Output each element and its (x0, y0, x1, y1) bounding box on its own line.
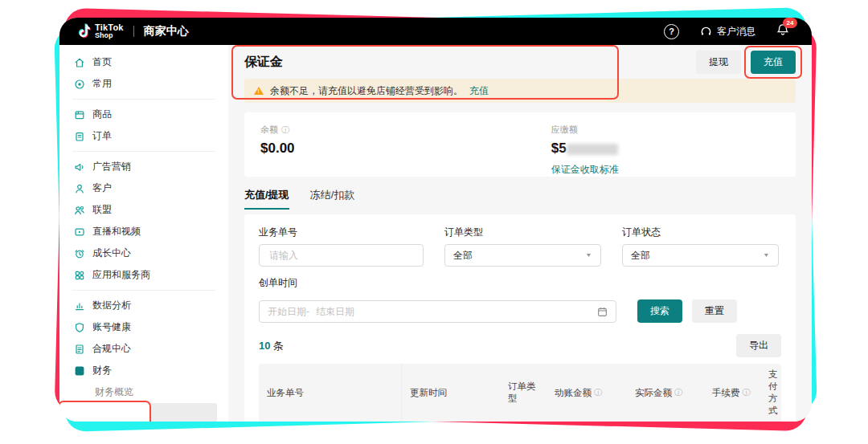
result-count: 10 条 (259, 339, 284, 353)
end-date-placeholder: 结束日期 (316, 305, 354, 319)
chevron-down-icon: ▼ (763, 252, 770, 259)
sidebar-subitem-17[interactable]: 财务概览 (59, 381, 228, 403)
recharge-button[interactable]: 充值 (751, 51, 796, 74)
sidebar-divider (72, 290, 215, 291)
export-button[interactable]: 导出 (736, 334, 781, 357)
order-type-select[interactable]: 全部▼ (444, 244, 601, 267)
analytics-icon (74, 300, 85, 312)
records-table: 业务单号更新时间订单类型动账金额ⓘ实际金额ⓘ手续费ⓘ支付方式 86302025/… (259, 364, 781, 422)
sidebar-item-label: 账号健康 (92, 320, 131, 334)
column-header-0: 业务单号 (259, 364, 402, 422)
page-title: 保证金 (244, 54, 283, 71)
sidebar-item-label: 数据分析 (92, 299, 131, 312)
tab-0[interactable]: 充值/提现 (244, 188, 289, 210)
home-icon (74, 57, 85, 68)
sidebar-item-label: 应用和服务商 (92, 268, 150, 282)
help-icon[interactable]: ? (664, 24, 679, 39)
order-no-input[interactable] (268, 249, 415, 262)
sidebar-item-9[interactable]: 直播和视频 (59, 221, 228, 242)
sidebar-divider (72, 99, 215, 100)
apps-icon (74, 270, 85, 281)
info-icon[interactable]: ⓘ (674, 387, 682, 398)
calendar-icon (597, 307, 608, 317)
info-icon[interactable]: ⓘ (743, 387, 751, 398)
info-icon[interactable]: ⓘ (594, 387, 602, 398)
balance-info-icon[interactable]: ⓘ (281, 124, 289, 136)
reset-button[interactable]: 重置 (692, 299, 737, 323)
sidebar-item-15[interactable]: 合规中心 (59, 338, 228, 360)
sidebar-item-label: 首页 (92, 55, 112, 69)
balance-label: 余额 (260, 124, 278, 136)
order-no-label: 业务单号 (259, 226, 424, 239)
order-status-select[interactable]: 全部▼ (622, 244, 779, 267)
redacted-due-amount (567, 144, 618, 155)
sidebar-item-7[interactable]: 客户 (59, 177, 228, 199)
sidebar-item-3[interactable]: 商品 (59, 104, 228, 125)
affiliate-icon (74, 205, 85, 216)
sidebar-item-16[interactable]: $财务 (59, 360, 228, 381)
topbar-divider (133, 26, 134, 37)
due-value: $5 (551, 141, 619, 157)
frequent-icon (74, 79, 85, 90)
sidebar-subitem-label: 财务概览 (95, 385, 133, 399)
growth-icon (74, 248, 85, 259)
notifications-button[interactable]: 24 (776, 23, 789, 39)
column-header-5: 手续费ⓘ (704, 382, 760, 404)
sidebar-item-13[interactable]: 数据分析 (59, 295, 228, 316)
logo-text-shop: Shop (95, 32, 124, 39)
sidebar-item-label: 合规中心 (92, 342, 131, 356)
live-video-icon (74, 226, 85, 238)
sidebar-item-label: 联盟 (92, 203, 112, 217)
sidebar-item-0[interactable]: 首页 (59, 51, 228, 73)
order-type-label: 订单类型 (444, 226, 601, 239)
sidebar-divider (72, 151, 215, 152)
sidebar-item-10[interactable]: 成长中心 (59, 242, 228, 264)
sidebar-item-14[interactable]: 账号健康 (59, 316, 228, 338)
withdraw-button[interactable]: 提现 (696, 51, 741, 74)
customer-messages-label: 客户消息 (717, 25, 755, 39)
main-content: 保证金 提现 充值 余额不足，请充值以避免店铺经营受到影响。 充值 (228, 45, 812, 422)
due-label: 应缴额 (551, 124, 578, 136)
account-health-icon (74, 322, 85, 333)
tab-1[interactable]: 冻结/扣款 (310, 188, 355, 210)
sidebar-item-1[interactable]: 常用 (59, 73, 228, 95)
column-header-2: 订单类型 (500, 376, 547, 409)
search-button[interactable]: 搜索 (637, 299, 682, 323)
order-icon (74, 131, 85, 142)
customer-icon (74, 183, 85, 194)
sidebar-item-label: 商品 (92, 108, 112, 121)
app-title: 商家中心 (144, 24, 189, 39)
date-range-input[interactable]: 开始日期 - 结束日期 (259, 300, 616, 323)
column-header-6: 支付方式 (760, 364, 786, 422)
column-header-3: 动账金额ⓘ (547, 382, 627, 404)
sidebar-item-11[interactable]: 应用和服务商 (59, 264, 228, 286)
banner-text: 余额不足，请充值以避免店铺经营受到影响。 (270, 84, 463, 98)
deposit-standard-link[interactable]: 保证金收取标准 (551, 163, 619, 177)
sidebar-item-label: 常用 (92, 77, 112, 91)
order-status-label: 订单状态 (622, 226, 779, 239)
sidebar-item-6[interactable]: 广告营销 (59, 156, 228, 177)
sidebar-item-8[interactable]: 联盟 (59, 199, 228, 221)
table-header-row: 业务单号更新时间订单类型动账金额ⓘ实际金额ⓘ手续费ⓘ支付方式 (259, 364, 781, 422)
sidebar-item-4[interactable]: 订单 (59, 125, 228, 147)
column-header-1: 更新时间 (402, 382, 500, 404)
sidebar: 首页常用商品订单广告营销客户联盟直播和视频成长中心应用和服务商数据分析账号健康合… (59, 45, 228, 422)
compliance-icon (74, 344, 85, 355)
sidebar-item-label: 直播和视频 (92, 225, 141, 238)
sidebar-item-label: 成长中心 (92, 246, 131, 260)
banner-recharge-link[interactable]: 充值 (469, 84, 489, 98)
app-window: TikTok Shop 商家中心 ? 客户消息 24 首页常用商品订单广告 (59, 18, 812, 422)
sidebar-subitem-18[interactable]: 保证金 (59, 403, 217, 422)
insufficient-balance-banner: 余额不足，请充值以避免店铺经营受到影响。 充值 (244, 79, 796, 103)
balance-value: $0.00 (260, 141, 551, 157)
record-tabs: 充值/提现冻结/扣款 (244, 188, 796, 210)
records-panel: 业务单号 订单类型 全部▼ 订单状态 (244, 214, 796, 422)
finance-icon: $ (74, 365, 85, 377)
customer-messages-button[interactable]: 客户消息 (700, 25, 755, 39)
balance-summary-card: 余额 ⓘ $0.00 应缴额 $5 保证金收取标准 (244, 112, 796, 177)
column-header-4: 实际金额ⓘ (627, 382, 704, 404)
tiktok-shop-logo[interactable]: TikTok Shop (77, 23, 124, 39)
top-bar: TikTok Shop 商家中心 ? 客户消息 24 (59, 18, 812, 45)
screenshot-stage: TikTok Shop 商家中心 ? 客户消息 24 首页常用商品订单广告 (0, 0, 868, 444)
created-time-label: 创单时间 (259, 276, 781, 290)
